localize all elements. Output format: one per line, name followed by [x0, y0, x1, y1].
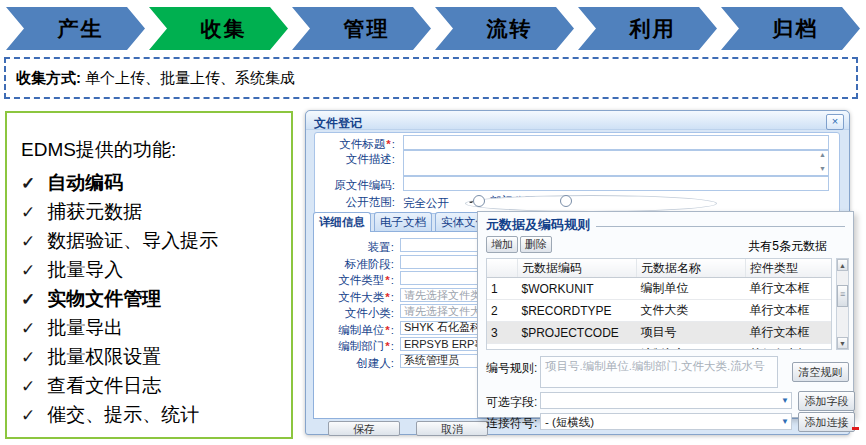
chevron-down-icon[interactable]: ▼	[781, 417, 789, 426]
required-mark: *	[385, 324, 389, 336]
scrollbar-thumb[interactable]	[837, 285, 848, 307]
feature-item: ✓催交、提示、统计	[21, 401, 283, 430]
flow-step-利用[interactable]: 利用	[578, 7, 717, 50]
close-icon[interactable]: ×	[826, 114, 844, 130]
table-row[interactable]: 3$PROJECTCODE项目号单行文本框	[487, 322, 832, 344]
connector-value: - (短横线)	[545, 416, 594, 428]
row-number: 3	[487, 322, 518, 344]
required-mark: *	[385, 274, 389, 286]
cancel-button[interactable]: 取消	[416, 421, 488, 436]
radio-label: 完全公开	[403, 196, 449, 211]
register-form: 文件标题*:文件描述:▲▼原文件编码:公开范围:完全公开部门公开私密	[314, 132, 840, 214]
dialog-titlebar[interactable]: 文件登记 ×	[306, 111, 849, 130]
features-box: EDMS提供的功能: ✓自动编码✓捕获元数据✓数据验证、导入提示✓批量导入✓实物…	[5, 111, 293, 439]
save-button[interactable]: 保存	[328, 421, 400, 436]
field-label: 文件大类*:	[314, 290, 394, 305]
add-field-button[interactable]: 添加字段	[798, 391, 855, 411]
legend-line	[596, 226, 845, 227]
column-header[interactable]	[487, 259, 518, 278]
flow-step-流转[interactable]: 流转	[435, 7, 574, 50]
feature-text: 催交、提示、统计	[47, 404, 199, 425]
control-type: 单行文本框	[746, 344, 833, 351]
required-mark: *	[386, 138, 390, 150]
metadata-panel-legend: 元数据及编码规则	[486, 216, 845, 234]
radio-icon[interactable]	[465, 195, 717, 212]
column-header[interactable]: 元数据名称	[637, 259, 746, 278]
collect-method-box: 收集方式: 单个上传、批量上传、系统集成	[4, 57, 858, 99]
feature-item: ✓批量导入	[21, 256, 283, 285]
slide: 产生收集管理流转利用归档 收集方式: 单个上传、批量上传、系统集成 EDMS提供…	[0, 0, 866, 445]
feature-item: ✓实物文件管理	[21, 285, 283, 314]
metadata-table: 元数据编码元数据名称控件类型1$WORKUNIT编制单位单行文本框2$RECOR…	[486, 258, 832, 350]
flow-step-产生[interactable]: 产生	[6, 7, 145, 50]
optional-field-select[interactable]: ▼	[540, 392, 792, 409]
metadata-toolbar: 增加 删除	[486, 236, 552, 253]
row-number: 2	[487, 300, 518, 322]
radio-icon[interactable]	[473, 195, 485, 207]
red-artifact-mark	[852, 427, 859, 430]
table-row[interactable]: 1$WORKUNIT编制单位单行文本框	[487, 278, 832, 300]
feature-text: 查看文件日志	[47, 375, 161, 396]
文件标题-input[interactable]	[403, 135, 829, 150]
flow-step-收集[interactable]: 收集	[149, 7, 288, 50]
metadata-rules-panel: 元数据及编码规则 增加 删除 共有5条元数据 元数据编码元数据名称控件类型1$W…	[477, 211, 854, 418]
tab-strip: 详细信息电子文档实体文件	[313, 212, 493, 231]
rule-label: 编号规则:	[486, 360, 537, 377]
feature-text: 数据验证、导入提示	[47, 230, 218, 251]
field-label: 文件标题*:	[315, 137, 395, 152]
meta-code: $RECORDTYPE	[518, 300, 637, 322]
meta-name: 项目号	[637, 322, 746, 344]
tab-电子文档[interactable]: 电子文档	[374, 212, 432, 231]
connector-select[interactable]: - (短横线) ▼	[540, 413, 792, 430]
scroll-up-icon[interactable]: ▲	[819, 151, 826, 158]
table-row[interactable]: 4$DEPARTMENT编制部门单行文本框	[487, 344, 832, 351]
flow-step-管理[interactable]: 管理	[292, 7, 431, 50]
dialog-title: 文件登记	[314, 116, 362, 130]
field-label: 文件描述:	[315, 152, 395, 167]
numbering-rule-box[interactable]: 项目号.编制单位.编制部门.文件大类.流水号	[540, 356, 778, 388]
chevron-down-icon[interactable]: ▼	[781, 396, 789, 405]
add-connector-button[interactable]: 添加连接	[798, 412, 855, 432]
feature-item: ✓查看文件日志	[21, 372, 283, 401]
check-icon: ✓	[21, 261, 35, 280]
optional-field-label: 可选字段:	[486, 394, 537, 411]
check-icon: ✓	[21, 232, 35, 251]
field-label: 文件小类:	[314, 306, 394, 321]
radio-icon[interactable]	[560, 195, 572, 207]
connector-label: 连接符号:	[486, 415, 537, 432]
add-row-button[interactable]: 增加	[486, 236, 518, 253]
scroll-down-icon[interactable]: ▼	[837, 337, 848, 349]
feature-item: ✓数据验证、导入提示	[21, 227, 283, 256]
tab-详细信息[interactable]: 详细信息	[313, 212, 371, 232]
row-number: 4	[487, 344, 518, 351]
field-label: 标准阶段:	[314, 257, 394, 272]
feature-item: ✓自动编码	[21, 169, 283, 198]
feature-text: 批量导出	[47, 317, 123, 338]
文件描述-textarea[interactable]	[403, 150, 829, 176]
feature-item: ✓批量权限设置	[21, 343, 283, 372]
radio-完全公开[interactable]: 完全公开	[403, 196, 449, 211]
feature-text: 批量导入	[47, 259, 123, 280]
control-type: 单行文本框	[746, 278, 833, 300]
scroll-up-icon[interactable]: ▲	[837, 259, 848, 271]
required-mark: *	[385, 340, 389, 352]
原文件编码-input[interactable]	[403, 176, 829, 191]
check-icon: ✓	[21, 174, 35, 193]
row-number: 1	[487, 278, 518, 300]
table-scrollbar[interactable]: ▲ ▼	[836, 258, 849, 350]
column-header[interactable]: 控件类型	[746, 259, 833, 278]
field-label: 编制单位*:	[314, 323, 394, 338]
check-icon: ✓	[21, 319, 35, 338]
flow-step-归档[interactable]: 归档	[721, 7, 860, 50]
column-header[interactable]: 元数据编码	[518, 259, 637, 278]
features-title: EDMS提供的功能:	[21, 137, 283, 163]
table-header-row: 元数据编码元数据名称控件类型	[487, 259, 832, 278]
delete-row-button[interactable]: 删除	[520, 236, 552, 253]
scroll-down-icon[interactable]: ▼	[819, 165, 826, 172]
clear-rule-button[interactable]: 清空规则	[792, 362, 849, 382]
check-icon: ✓	[21, 377, 35, 396]
table-row[interactable]: 2$RECORDTYPE文件大类单行文本框	[487, 300, 832, 322]
metadata-count: 共有5条元数据	[748, 238, 827, 255]
check-icon: ✓	[21, 290, 35, 309]
scope-radio-group: 完全公开部门公开私密	[403, 193, 839, 211]
